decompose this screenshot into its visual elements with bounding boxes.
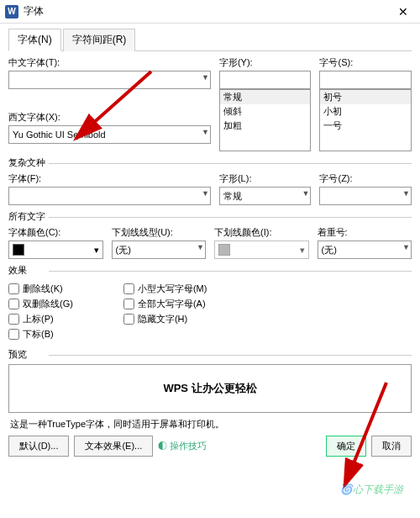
preview-section: 预览 (8, 348, 412, 361)
font-hint: 这是一种TrueType字体，同时适用于屏幕和打印机。 (10, 418, 410, 431)
complex-section: 复杂文种 (8, 156, 412, 169)
underline-combo[interactable] (112, 240, 207, 259)
style-listbox[interactable]: 常规 倾斜 加粗 (219, 89, 312, 151)
list-item[interactable]: 倾斜 (220, 104, 311, 119)
close-icon[interactable]: ✕ (391, 5, 415, 18)
style-input[interactable] (219, 71, 312, 89)
complex-style-label: 字形(L): (219, 172, 312, 185)
underline-color-label: 下划线颜色(I): (214, 226, 309, 239)
complex-font-label: 字体(F): (8, 172, 211, 185)
smallcaps-checkbox[interactable]: 小型大写字母(M) (123, 283, 207, 295)
effects-section: 效果 (8, 264, 412, 277)
super-checkbox[interactable]: 上标(P) (8, 313, 73, 325)
style-label: 字形(Y): (219, 56, 312, 69)
window-title: 字体 (24, 4, 391, 18)
list-item[interactable]: 加粗 (220, 119, 311, 133)
app-icon: W (5, 5, 18, 18)
title-bar: W 字体 ✕ (0, 0, 420, 24)
underline-label: 下划线线型(U): (112, 226, 207, 239)
hidden-checkbox[interactable]: 隐藏文字(H) (123, 313, 207, 325)
font-color-label: 字体颜色(C): (8, 226, 103, 239)
cjk-font-input[interactable] (8, 71, 211, 89)
emphasis-label: 着重号: (318, 226, 412, 239)
list-item[interactable]: 小初 (320, 104, 411, 119)
complex-font-input[interactable] (8, 187, 211, 205)
underline-color-combo[interactable]: ▾ (214, 240, 309, 259)
tab-spacing[interactable]: 字符间距(R) (63, 29, 136, 51)
cjk-font-label: 中文字体(T): (8, 56, 211, 69)
list-item[interactable]: 常规 (220, 90, 311, 104)
size-label: 字号(S): (319, 56, 412, 69)
list-item[interactable]: 一号 (320, 119, 411, 133)
size-listbox[interactable]: 初号 小初 一号 (319, 89, 412, 151)
dstrike-checkbox[interactable]: 双删除线(G) (8, 298, 73, 310)
operation-hint[interactable]: ◐ 操作技巧 (158, 440, 207, 452)
list-item[interactable]: 初号 (320, 90, 411, 104)
allcaps-checkbox[interactable]: 全部大写字母(A) (123, 298, 207, 310)
alltext-section: 所有文字 (8, 210, 412, 223)
size-input[interactable] (319, 71, 412, 89)
ok-button[interactable]: 确定 (326, 436, 366, 457)
complex-style-input[interactable] (219, 187, 312, 205)
emphasis-combo[interactable] (318, 240, 412, 259)
latin-font-input[interactable] (8, 125, 211, 144)
tab-font[interactable]: 字体(N) (8, 29, 61, 51)
tab-bar: 字体(N) 字符间距(R) (8, 29, 412, 51)
complex-size-label: 字号(Z): (319, 172, 412, 185)
default-button[interactable]: 默认(D)... (8, 436, 69, 457)
cancel-button[interactable]: 取消 (371, 436, 412, 457)
sub-checkbox[interactable]: 下标(B) (8, 328, 73, 341)
preview-box: WPS 让办公更轻松 (8, 364, 412, 413)
chevron-down-icon: ▾ (300, 245, 305, 256)
latin-font-label: 西文字体(X): (8, 111, 211, 124)
strike-checkbox[interactable]: 删除线(K) (8, 283, 73, 295)
text-effect-button[interactable]: 文本效果(E)... (74, 436, 153, 457)
complex-size-input[interactable] (319, 187, 412, 205)
preview-text: WPS 让办公更轻松 (163, 381, 256, 396)
chevron-down-icon: ▾ (94, 245, 99, 256)
font-color-combo[interactable]: ▾ (8, 240, 103, 259)
